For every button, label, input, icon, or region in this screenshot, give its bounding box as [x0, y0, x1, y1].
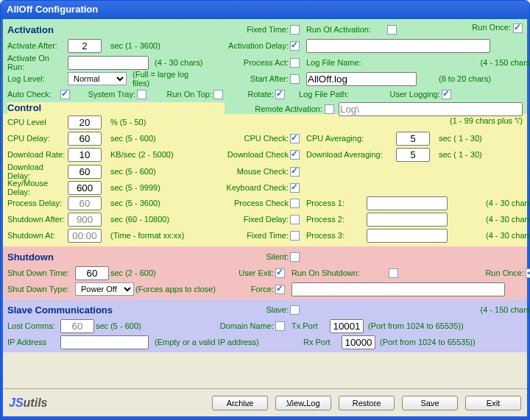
fixed-time-checkbox-2[interactable] — [290, 231, 300, 241]
remote-activation-checkbox[interactable] — [325, 104, 334, 114]
section-activation: Activation Fixed Time: Run Ot Activation… — [3, 19, 527, 127]
process-3-label: Process 3: — [306, 231, 365, 240]
view-log-button[interactable]: View Log — [275, 396, 331, 410]
km-delay-label: Key/Mouse Delay: — [7, 179, 66, 196]
archive-button[interactable]: Archive — [212, 396, 268, 410]
rx-port-label: Rx Port — [303, 338, 340, 346]
system-tray-checkbox[interactable] — [137, 90, 146, 99]
activate-on-run-label: Activate On Run: — [7, 54, 66, 71]
log-level-label: Log Level: — [7, 74, 66, 83]
cpu-check-checkbox[interactable] — [290, 134, 300, 143]
process-check-checkbox[interactable] — [290, 199, 300, 208]
rotate-checkbox[interactable] — [275, 90, 285, 99]
lost-comms-hint: sec (5 - 600) — [96, 321, 199, 330]
run-once-label-1: Run Once: — [472, 23, 511, 32]
keyboard-check-checkbox[interactable] — [290, 183, 300, 193]
auto-check-checkbox[interactable] — [60, 90, 70, 99]
process-1-input[interactable] — [367, 196, 448, 210]
silent-label: Silent: — [208, 252, 289, 261]
force-label: Force: — [237, 285, 274, 293]
titlebar: AllOff Configuration — [1, 1, 529, 19]
tx-port-input[interactable] — [330, 319, 364, 333]
slave-heading: Slave Communications — [7, 305, 206, 316]
log-file-name-input[interactable] — [306, 72, 417, 86]
start-after-checkbox[interactable] — [290, 74, 300, 84]
user-logging-checkbox[interactable] — [442, 90, 451, 99]
run-ot-activation-checkbox[interactable] — [387, 25, 397, 35]
ip-address-input[interactable] — [60, 335, 149, 349]
run-on-top-checkbox[interactable] — [213, 90, 223, 99]
shutdown-at-label: Shutdown At: — [7, 231, 66, 240]
activation-delay-label: Activation Delay: — [208, 41, 289, 50]
exit-button[interactable]: Exit — [465, 396, 521, 410]
download-averaging-input[interactable] — [396, 148, 430, 162]
process-2-label: Process 2: — [306, 215, 365, 224]
run-ot-activation-input[interactable] — [306, 39, 490, 53]
slave-checkbox[interactable] — [290, 305, 300, 315]
km-delay-input[interactable] — [68, 181, 102, 195]
cpu-delay-input[interactable] — [68, 132, 102, 146]
start-after-label: Start After: — [208, 74, 289, 83]
domain-name-checkbox[interactable] — [275, 321, 285, 331]
activation-heading: Activation — [7, 24, 66, 35]
activation-delay-checkbox[interactable] — [290, 41, 300, 51]
download-rate-hint: KB/sec (2 - 5000) — [110, 150, 206, 159]
download-check-label: Download Check — [208, 150, 289, 159]
process-1-hint: (4 - 30 chars) — [486, 199, 530, 207]
tx-port-label: Tx Port — [292, 321, 328, 330]
log-level-hint: (Full = large log files) — [110, 70, 206, 88]
silent-checkbox[interactable] — [290, 252, 300, 262]
restore-button[interactable]: Restore — [339, 396, 395, 410]
remote-activation-label: Remote Activation: — [255, 104, 322, 113]
shutdown-type-select[interactable]: Power Off — [75, 282, 134, 296]
activate-after-input[interactable] — [68, 39, 102, 53]
log-file-name-label: Log File Name: — [306, 58, 395, 67]
run-once-label-2: Run Once: — [465, 268, 524, 277]
fixed-time-label: Fixed Time: — [208, 25, 289, 34]
shutdown-time-label: Shut Down Time: — [7, 268, 74, 277]
auto-check-label: Auto Check: — [7, 90, 59, 99]
shutdown-type-label: Shut Down Type: — [7, 285, 74, 293]
cpu-level-input[interactable] — [68, 115, 102, 129]
log-file-path-input[interactable] — [339, 102, 523, 116]
fixed-time-label-2: Fixed Time: — [208, 231, 289, 240]
download-rate-input[interactable] — [68, 148, 102, 162]
run-on-shutdown-checkbox[interactable] — [389, 268, 398, 278]
force-checkbox[interactable] — [275, 285, 285, 294]
cpu-level-label: CPU Level — [7, 118, 66, 127]
process-3-input[interactable] — [367, 229, 448, 243]
process-2-input[interactable] — [367, 213, 448, 227]
log-file-name-hint-2: (8 to 20 chars) — [439, 74, 530, 83]
shutdown-after-label: Shutdown After: — [7, 215, 66, 224]
process-2-hint: (4 - 30 chars) — [486, 215, 530, 224]
mouse-check-checkbox[interactable] — [290, 167, 300, 177]
download-rate-label: Download Rate: — [7, 150, 66, 159]
fixed-delay-checkbox[interactable] — [290, 215, 300, 224]
run-once-checkbox-1[interactable] — [513, 24, 523, 33]
process-delay-label: Process Delay: — [7, 199, 66, 207]
cpu-averaging-input[interactable] — [396, 132, 430, 146]
shutdown-time-input[interactable] — [75, 266, 109, 280]
section-slave: Slave Communications Slave: (4 - 150 cha… — [3, 299, 527, 352]
rx-port-input[interactable] — [342, 335, 375, 349]
control-heading: Control — [7, 102, 41, 113]
process-check-label: Process Check — [208, 199, 289, 207]
lost-comms-input — [60, 319, 94, 333]
log-file-path-label: Log File Path: — [292, 90, 350, 99]
shutdown-after-input — [68, 213, 102, 227]
cpu-averaging-hint: sec ( 1 - 30) — [439, 134, 530, 143]
shutdown-heading: Shutdown — [7, 252, 66, 263]
fixed-time-checkbox[interactable] — [290, 25, 300, 35]
download-check-checkbox[interactable] — [290, 150, 300, 160]
activate-on-run-hint: (4 - 30 chars) — [110, 58, 206, 67]
save-button[interactable]: Save — [402, 396, 458, 410]
download-delay-input[interactable] — [68, 165, 102, 179]
activate-after-hint: sec (1 - 3600) — [110, 41, 206, 50]
ip-address-hint: (Empty or a valid IP address) — [155, 338, 302, 346]
user-exit-checkbox[interactable] — [275, 268, 285, 278]
download-averaging-hint: sec ( 1 - 30) — [439, 150, 530, 159]
process-act-checkbox[interactable] — [290, 58, 300, 68]
ip-address-label: IP Address — [7, 338, 59, 346]
run-on-shutdown-input[interactable] — [292, 282, 505, 296]
run-once-checkbox-2[interactable] — [526, 268, 530, 278]
